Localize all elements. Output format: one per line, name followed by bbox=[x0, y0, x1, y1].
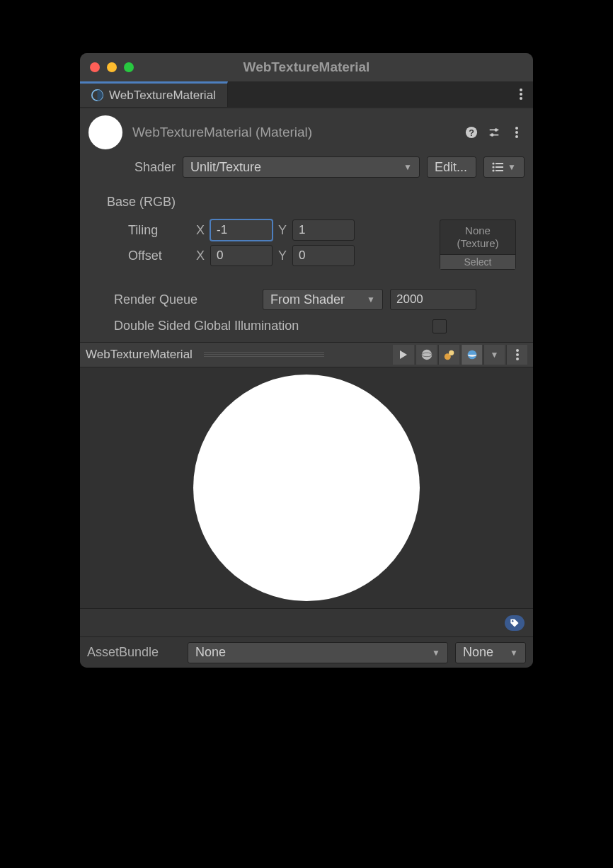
shader-list-button[interactable]: ▼ bbox=[483, 156, 525, 178]
asset-label-row bbox=[80, 608, 533, 636]
assetbundle-label: AssetBundle bbox=[87, 645, 181, 660]
svg-point-8 bbox=[515, 127, 518, 130]
svg-point-24 bbox=[516, 358, 519, 360]
texture-type-label: (Texture) bbox=[443, 237, 512, 250]
preview-dropdown-button[interactable]: ▼ bbox=[483, 345, 505, 365]
offset-y-field[interactable] bbox=[292, 245, 355, 266]
chevron-down-icon: ▼ bbox=[403, 162, 412, 172]
tab-spacer bbox=[228, 81, 509, 107]
tiling-x-input[interactable] bbox=[217, 223, 266, 237]
tiling-x-field[interactable] bbox=[210, 219, 273, 241]
offset-x-field[interactable] bbox=[210, 245, 273, 266]
asset-label-button[interactable] bbox=[505, 615, 525, 631]
preview-play-button[interactable] bbox=[393, 345, 414, 365]
texture-none-label: None bbox=[443, 224, 512, 237]
maximize-window-button[interactable] bbox=[124, 62, 134, 72]
render-queue-label: Render Queue bbox=[114, 292, 256, 307]
dsgi-row: Double Sided Global Illumination bbox=[80, 316, 533, 342]
svg-point-15 bbox=[492, 169, 494, 171]
svg-point-6 bbox=[494, 128, 498, 132]
base-rgb-label: Base (RGB) bbox=[107, 195, 525, 210]
skybox-icon bbox=[466, 348, 479, 361]
preview-skybox-button[interactable] bbox=[461, 345, 482, 365]
dsgi-checkbox[interactable] bbox=[432, 319, 447, 333]
axis-y-label: Y bbox=[277, 223, 288, 238]
traffic-lights bbox=[90, 62, 134, 72]
svg-rect-16 bbox=[495, 170, 503, 171]
chevron-down-icon: ▼ bbox=[491, 350, 499, 360]
help-button[interactable]: ? bbox=[464, 125, 479, 140]
list-icon bbox=[492, 162, 505, 172]
tab-options-button[interactable] bbox=[509, 81, 533, 107]
tiling-y-field[interactable] bbox=[292, 219, 355, 241]
texture-slot[interactable]: None (Texture) Select bbox=[440, 219, 516, 270]
offset-label: Offset bbox=[128, 249, 188, 263]
preview-menu-button[interactable] bbox=[506, 345, 527, 365]
material-thumbnail[interactable] bbox=[88, 115, 122, 149]
preview-header: WebTextureMaterial ▼ bbox=[80, 342, 533, 367]
properties-section: Base (RGB) Tiling X Y Offset X bbox=[80, 185, 533, 276]
inspector-window: WebTextureMaterial WebTextureMaterial We… bbox=[80, 53, 533, 668]
play-icon bbox=[399, 350, 408, 360]
offset-x-input[interactable] bbox=[217, 249, 266, 263]
sphere-icon bbox=[420, 348, 433, 361]
texture-placeholder: None (Texture) bbox=[440, 220, 515, 254]
window-title: WebTextureMaterial bbox=[80, 59, 533, 75]
kebab-icon bbox=[516, 349, 519, 360]
tab-webtexturematerial[interactable]: WebTextureMaterial bbox=[80, 81, 228, 107]
tag-icon bbox=[510, 618, 520, 628]
chevron-down-icon: ▼ bbox=[510, 648, 518, 658]
render-queue-input[interactable] bbox=[396, 292, 470, 307]
svg-point-25 bbox=[512, 619, 514, 622]
svg-text:?: ? bbox=[469, 128, 474, 138]
assetbundle-name-dropdown[interactable]: None ▼ bbox=[188, 642, 448, 663]
render-queue-mode: From Shader bbox=[270, 292, 345, 307]
titlebar: WebTextureMaterial bbox=[80, 53, 533, 81]
svg-point-11 bbox=[492, 162, 494, 164]
offset-y-input[interactable] bbox=[299, 249, 348, 263]
assetbundle-row: AssetBundle None ▼ None ▼ bbox=[80, 636, 533, 668]
render-queue-row: Render Queue From Shader ▼ bbox=[80, 276, 533, 316]
svg-point-2 bbox=[520, 93, 522, 96]
edit-shader-button[interactable]: Edit... bbox=[427, 156, 476, 178]
preset-button[interactable] bbox=[486, 125, 502, 140]
preview-name: WebTextureMaterial bbox=[86, 348, 193, 362]
shader-value: Unlit/Texture bbox=[190, 160, 261, 175]
chevron-down-icon: ▼ bbox=[508, 162, 516, 172]
header-icon-group: ? bbox=[464, 125, 525, 140]
light-probe-icon bbox=[443, 348, 456, 361]
assetbundle-variant-dropdown[interactable]: None ▼ bbox=[455, 642, 526, 663]
shader-row: Shader Unlit/Texture ▼ Edit... ▼ bbox=[80, 154, 533, 185]
dsgi-label: Double Sided Global Illumination bbox=[114, 319, 425, 333]
svg-rect-14 bbox=[495, 166, 503, 168]
svg-point-13 bbox=[492, 166, 494, 168]
preview-lighting-button[interactable] bbox=[438, 345, 459, 365]
svg-point-1 bbox=[520, 88, 522, 91]
assetbundle-name-value: None bbox=[195, 645, 226, 660]
texture-select-button[interactable]: Select bbox=[440, 254, 515, 269]
chevron-down-icon: ▼ bbox=[367, 295, 375, 304]
preview-mesh-button[interactable] bbox=[416, 345, 437, 365]
render-queue-value-field[interactable] bbox=[390, 289, 476, 310]
material-title: WebTextureMaterial (Material) bbox=[132, 125, 454, 140]
tab-label: WebTextureMaterial bbox=[109, 88, 216, 103]
kebab-icon bbox=[515, 127, 518, 138]
kebab-icon bbox=[520, 88, 522, 100]
svg-point-3 bbox=[520, 97, 522, 100]
minimize-window-button[interactable] bbox=[107, 62, 117, 72]
preview-drag-handle[interactable] bbox=[204, 352, 324, 358]
preview-toolbar: ▼ bbox=[393, 345, 527, 365]
material-preview[interactable] bbox=[80, 367, 533, 608]
header-menu-button[interactable] bbox=[509, 125, 525, 140]
material-header: WebTextureMaterial (Material) ? bbox=[80, 108, 533, 154]
shader-dropdown[interactable]: Unlit/Texture ▼ bbox=[183, 156, 420, 178]
axis-y-label: Y bbox=[277, 249, 288, 263]
help-icon: ? bbox=[465, 126, 478, 139]
close-window-button[interactable] bbox=[90, 62, 100, 72]
svg-point-22 bbox=[516, 349, 519, 352]
axis-x-label: X bbox=[195, 249, 206, 263]
render-queue-dropdown[interactable]: From Shader ▼ bbox=[263, 289, 383, 310]
preview-sphere bbox=[193, 375, 420, 601]
tiling-y-input[interactable] bbox=[299, 223, 348, 237]
chevron-down-icon: ▼ bbox=[432, 648, 440, 658]
